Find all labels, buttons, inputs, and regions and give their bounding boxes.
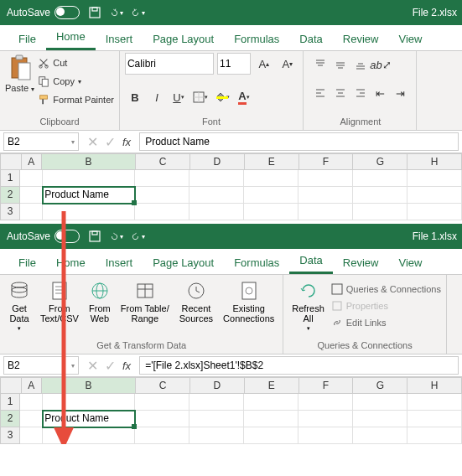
col-header[interactable]: G xyxy=(353,153,407,170)
borders-button[interactable]: ▾ xyxy=(190,87,210,107)
align-center-icon[interactable] xyxy=(330,83,350,103)
queries-connections-button[interactable]: Queries & Connections xyxy=(331,282,441,297)
formula-input[interactable]: ='[File 2.xlsx]Sheet1'!$B$2 xyxy=(139,356,459,375)
save-icon[interactable] xyxy=(88,6,101,19)
tab-formulas[interactable]: Formulas xyxy=(224,251,289,274)
tab-file[interactable]: File xyxy=(8,251,46,274)
col-header[interactable]: H xyxy=(407,153,462,170)
align-left-icon[interactable] xyxy=(310,83,330,103)
cancel-icon[interactable]: ✕ xyxy=(87,134,98,150)
format-painter-button[interactable]: Format Painter xyxy=(38,91,114,108)
col-header[interactable]: H xyxy=(407,377,462,394)
copy-button[interactable]: Copy ▾ xyxy=(38,73,114,90)
col-header[interactable]: A xyxy=(22,153,43,170)
select-all-corner[interactable] xyxy=(0,153,22,170)
window-filename: File 1.xlsx xyxy=(413,230,457,242)
from-table-button[interactable]: From Table/ Range xyxy=(117,278,173,325)
col-header[interactable]: F xyxy=(299,153,354,170)
redo-icon[interactable]: ▾ xyxy=(132,230,145,243)
get-data-button[interactable]: Get Data▾ xyxy=(5,278,34,335)
tab-view[interactable]: View xyxy=(388,28,432,50)
bold-button[interactable]: B xyxy=(125,87,145,107)
align-bottom-icon[interactable] xyxy=(350,54,371,75)
undo-icon[interactable]: ▾ xyxy=(110,230,123,243)
tab-page-layout[interactable]: Page Layout xyxy=(143,28,224,50)
name-box[interactable]: B2▾ xyxy=(3,356,79,375)
row-header[interactable]: 1 xyxy=(0,394,20,411)
font-name-combo[interactable] xyxy=(125,53,214,75)
fx-icon[interactable]: fx xyxy=(122,360,131,372)
fx-icon[interactable]: fx xyxy=(122,136,131,148)
align-right-icon[interactable] xyxy=(350,83,371,103)
italic-button[interactable]: I xyxy=(147,87,167,107)
font-size-combo[interactable] xyxy=(217,53,251,75)
spreadsheet-grid[interactable]: A B C D E F G H 1 2Product Name 3 xyxy=(0,377,462,444)
paste-button[interactable]: Paste ▾ xyxy=(5,54,34,93)
row-header[interactable]: 3 xyxy=(0,204,20,220)
name-box[interactable]: B2▾ xyxy=(3,132,79,151)
recent-sources-button[interactable]: Recent Sources xyxy=(176,278,216,325)
tab-home[interactable]: Home xyxy=(46,251,96,274)
col-header[interactable]: B xyxy=(42,153,136,170)
tab-data[interactable]: Data xyxy=(289,249,332,274)
refresh-all-button[interactable]: Refresh All▾ xyxy=(288,278,328,335)
increase-indent-icon[interactable]: ⇥ xyxy=(391,83,411,103)
col-header[interactable]: D xyxy=(190,153,245,170)
tab-insert[interactable]: Insert xyxy=(96,28,143,50)
col-header[interactable]: F xyxy=(299,377,354,394)
align-middle-icon[interactable] xyxy=(330,54,350,75)
row-header[interactable]: 2 xyxy=(0,187,20,204)
autosave-toggle[interactable]: AutoSave xyxy=(7,6,80,19)
fill-color-button[interactable]: ▾ xyxy=(212,87,232,107)
tab-insert[interactable]: Insert xyxy=(96,251,143,274)
col-header[interactable]: D xyxy=(190,377,245,394)
row-header[interactable]: 3 xyxy=(0,427,20,444)
cut-button[interactable]: Cut xyxy=(38,54,114,71)
from-csv-button[interactable]: From Text/CSV xyxy=(37,278,82,325)
existing-connections-button[interactable]: Existing Connections xyxy=(220,278,278,325)
col-header[interactable]: E xyxy=(245,377,299,394)
tab-home[interactable]: Home xyxy=(46,25,96,50)
font-color-button[interactable]: A▾ xyxy=(234,87,254,107)
select-all-corner[interactable] xyxy=(0,377,22,394)
tab-view[interactable]: View xyxy=(388,251,432,274)
align-top-icon[interactable] xyxy=(310,54,330,75)
tab-data[interactable]: Data xyxy=(289,28,332,50)
col-header[interactable]: A xyxy=(22,377,43,394)
underline-button[interactable]: U▾ xyxy=(169,87,189,107)
from-web-button[interactable]: From Web xyxy=(86,278,114,325)
cell-b2[interactable]: Product Name xyxy=(43,411,134,427)
undo-icon[interactable]: ▾ xyxy=(110,6,123,19)
redo-icon[interactable]: ▾ xyxy=(132,6,145,19)
tab-page-layout[interactable]: Page Layout xyxy=(143,251,224,274)
decrease-font-icon[interactable]: A▾ xyxy=(278,54,298,74)
svg-rect-3 xyxy=(16,55,23,60)
font-group: A▴ A▾ B I U▾ ▾ ▾ A▾ Font xyxy=(120,51,304,130)
cancel-icon[interactable]: ✕ xyxy=(87,358,98,374)
spreadsheet-grid[interactable]: A B C D E F G H 1 2Product Name 3 xyxy=(0,153,462,220)
enter-icon[interactable]: ✓ xyxy=(105,358,116,374)
col-header[interactable]: C xyxy=(136,377,190,394)
increase-font-icon[interactable]: A▴ xyxy=(254,54,274,74)
tab-review[interactable]: Review xyxy=(333,251,389,274)
tab-file[interactable]: File xyxy=(8,28,46,50)
decrease-indent-icon[interactable]: ⇤ xyxy=(371,83,391,103)
window-filename: File 2.xlsx xyxy=(413,7,457,18)
formula-input[interactable]: Product Name xyxy=(139,132,459,151)
row-header[interactable]: 1 xyxy=(0,170,20,187)
col-header[interactable]: G xyxy=(353,377,407,394)
properties-button[interactable]: Properties xyxy=(331,298,441,313)
cell-b2[interactable]: Product Name xyxy=(43,187,134,204)
enter-icon[interactable]: ✓ xyxy=(105,134,116,150)
row-header[interactable]: 2 xyxy=(0,411,20,427)
col-header[interactable]: C xyxy=(136,153,190,170)
col-header[interactable]: B xyxy=(42,377,136,394)
orientation-icon[interactable]: ab⤢ xyxy=(371,54,391,75)
tab-formulas[interactable]: Formulas xyxy=(224,28,289,50)
col-header[interactable]: E xyxy=(245,153,299,170)
edit-links-button[interactable]: Edit Links xyxy=(331,315,441,330)
tab-review[interactable]: Review xyxy=(333,28,389,50)
save-icon[interactable] xyxy=(88,230,101,243)
svg-rect-9 xyxy=(40,96,48,99)
autosave-toggle[interactable]: AutoSave xyxy=(7,230,80,243)
